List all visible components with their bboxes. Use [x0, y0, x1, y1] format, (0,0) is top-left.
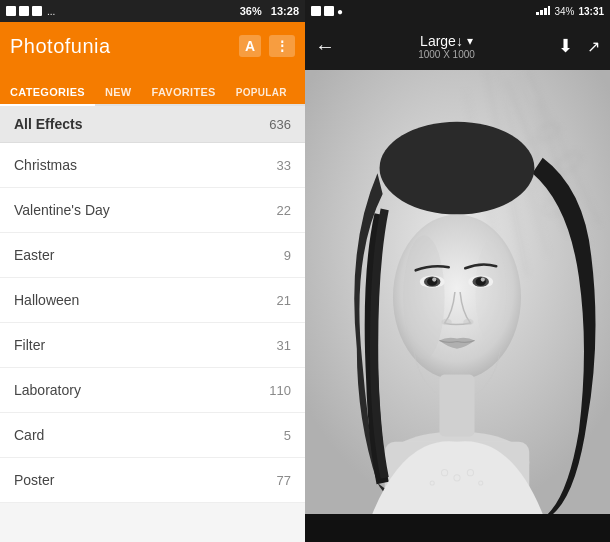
menu-icon[interactable]: ⋮	[269, 35, 295, 57]
bottom-bar	[305, 514, 610, 542]
svg-point-22	[476, 240, 507, 343]
signal-bars	[536, 5, 550, 17]
status-bar-left: ... 36% 13:28	[0, 0, 305, 22]
svg-rect-33	[439, 375, 474, 437]
item-label: Valentine's Day	[14, 202, 110, 218]
wifi-icon-right	[311, 6, 321, 16]
status-bar-right: ● 34% 13:31	[305, 0, 610, 22]
list-item[interactable]: Card 5	[0, 413, 305, 458]
tab-popular[interactable]: POPULAR	[226, 79, 297, 104]
signal-icon-right	[324, 6, 334, 16]
wifi-icon	[6, 6, 16, 16]
list-item[interactable]: Filter 31	[0, 323, 305, 368]
item-label: Poster	[14, 472, 54, 488]
battery-left: 36%	[240, 5, 262, 17]
status-right-icons: 34% 13:31	[536, 5, 604, 17]
signal-icon	[19, 6, 29, 16]
photo-container	[305, 70, 610, 514]
list-item-easter[interactable]: Easter 9	[0, 233, 305, 278]
item-label: Laboratory	[14, 382, 81, 398]
status-left-icons: ●	[311, 6, 343, 17]
download-button[interactable]: ⬇	[558, 35, 573, 57]
svg-point-32	[463, 319, 473, 325]
app-icon-1	[32, 6, 42, 16]
a-icon[interactable]: A	[239, 35, 261, 57]
item-count: 31	[277, 338, 291, 353]
list-item[interactable]: Laboratory 110	[0, 368, 305, 413]
list-item[interactable]: Valentine's Day 22	[0, 188, 305, 233]
share-button[interactable]: ↗	[587, 37, 600, 56]
list-item[interactable]: Halloween 21	[0, 278, 305, 323]
size-label-text: Large↓	[420, 33, 463, 49]
tab-categories[interactable]: CATEGORIES	[0, 78, 95, 104]
item-count: 77	[277, 473, 291, 488]
item-label: Christmas	[14, 157, 77, 173]
svg-point-30	[481, 278, 485, 282]
all-effects-item[interactable]: All Effects 636	[0, 106, 305, 143]
svg-point-21	[403, 235, 444, 359]
battery-time-left: 36% 13:28	[240, 5, 299, 17]
all-effects-label: All Effects	[14, 116, 82, 132]
svg-rect-2	[544, 8, 547, 15]
time-right: 13:31	[578, 6, 604, 17]
svg-point-31	[441, 319, 451, 325]
size-label: Large↓ ▾	[420, 33, 473, 49]
time-left: 13:28	[271, 5, 299, 17]
battery-right: 34%	[554, 6, 574, 17]
size-dims: 1000 X 1000	[418, 49, 475, 60]
effects-list: All Effects 636 Christmas 33 Valentine's…	[0, 106, 305, 542]
right-panel: ● 34% 13:31 ← Large↓ ▾ 1000 X 1000	[305, 0, 610, 542]
right-action-icons: ⬇ ↗	[558, 35, 600, 57]
item-count: 5	[284, 428, 291, 443]
item-label: Card	[14, 427, 44, 443]
app-header-left: Photofunia A ⋮	[0, 22, 305, 70]
list-item[interactable]: Christmas 33	[0, 143, 305, 188]
svg-rect-1	[540, 10, 543, 15]
back-button[interactable]: ←	[315, 35, 335, 58]
right-app-header: ← Large↓ ▾ 1000 X 1000 ⬇ ↗	[305, 22, 610, 70]
tab-new[interactable]: NEW	[95, 78, 142, 104]
list-item[interactable]: Poster 77	[0, 458, 305, 503]
tabs-bar: CATEGORIES NEW FAVORITES POPULAR	[0, 70, 305, 106]
item-count: 22	[277, 203, 291, 218]
svg-rect-0	[536, 12, 539, 15]
svg-rect-3	[548, 6, 550, 15]
size-info: Large↓ ▾ 1000 X 1000	[418, 33, 475, 60]
item-label: Filter	[14, 337, 45, 353]
chevron-down-icon[interactable]: ▾	[467, 34, 473, 48]
svg-point-19	[380, 122, 535, 215]
item-label: Halloween	[14, 292, 79, 308]
dot-icon: ●	[337, 6, 343, 17]
easter-count: 9	[284, 248, 291, 263]
ellipsis: ...	[47, 6, 55, 17]
item-count: 110	[269, 383, 291, 398]
tab-favorites[interactable]: FAVORITES	[142, 78, 226, 104]
all-effects-count: 636	[269, 117, 291, 132]
header-icons: A ⋮	[239, 35, 295, 57]
photo-image	[305, 70, 610, 514]
app-title: Photofunia	[10, 35, 111, 58]
item-count: 33	[277, 158, 291, 173]
left-panel: ... 36% 13:28 Photofunia A ⋮ CATEGORIES …	[0, 0, 305, 542]
item-count: 21	[277, 293, 291, 308]
easter-label: Easter	[14, 247, 54, 263]
svg-point-26	[432, 278, 436, 282]
status-icons-left: ...	[6, 6, 55, 17]
portrait-svg	[305, 70, 610, 514]
